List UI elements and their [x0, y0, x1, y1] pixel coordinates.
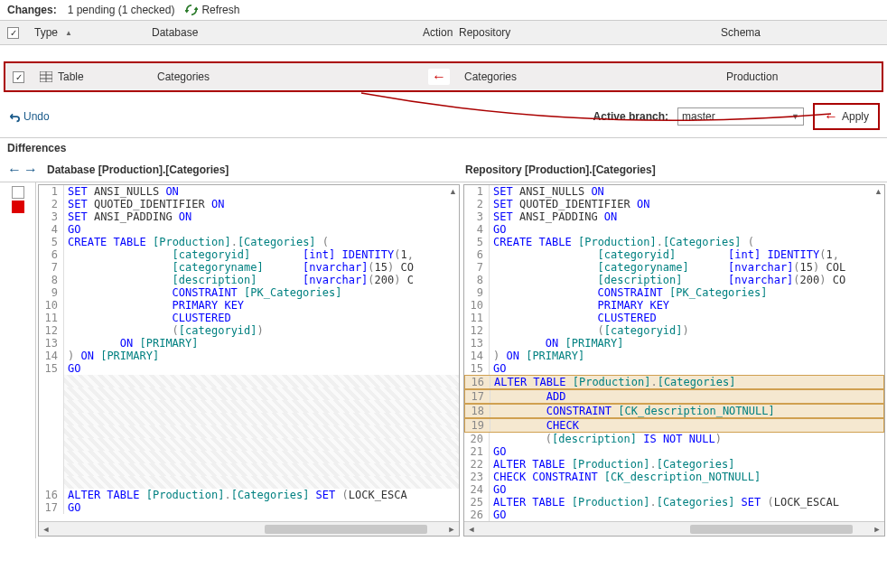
active-branch-label: Active branch:: [593, 110, 668, 123]
code-text: GO: [64, 501, 459, 514]
refresh-button[interactable]: Refresh: [185, 4, 239, 16]
code-text: ) ON [PRIMARY]: [490, 350, 884, 362]
code-line: 6 [categoryid] [int] IDENTITY(1,: [464, 248, 884, 261]
scroll-right-icon[interactable]: ►: [870, 525, 884, 534]
code-line: 14) ON [PRIMARY]: [464, 350, 884, 362]
line-number: 17: [465, 390, 490, 403]
line-number: 5: [464, 236, 490, 248]
code-text: [description] [nvarchar](200) CO: [490, 274, 884, 286]
line-number: 10: [464, 299, 490, 312]
row-checkbox[interactable]: [13, 71, 24, 83]
line-number: 25: [464, 496, 490, 509]
line-number: 9: [39, 286, 64, 299]
line-number: 4: [39, 223, 64, 236]
code-text: [categoryid] [int] IDENTITY(1,: [490, 248, 884, 261]
col-database-header[interactable]: Database: [152, 26, 423, 39]
scroll-left-icon[interactable]: ◄: [464, 525, 479, 534]
nav-marker-unchanged[interactable]: [12, 186, 24, 199]
line-number: 12: [464, 324, 490, 337]
pull-arrow-icon: ←: [428, 69, 450, 85]
scroll-right-icon[interactable]: ►: [444, 525, 459, 534]
scroll-left-icon[interactable]: ◄: [39, 525, 53, 534]
prev-diff-button[interactable]: ←: [7, 162, 22, 178]
line-number: 3: [464, 210, 490, 223]
code-line: 23CHECK CONSTRAINT [CK_description_NOTNU…: [464, 471, 884, 483]
code-line: 22ALTER TABLE [Production].[Categories]: [464, 458, 884, 471]
row-schema: Production: [726, 70, 778, 83]
code-line-empty: [39, 400, 459, 413]
code-line: 11 CLUSTERED: [39, 312, 459, 324]
database-pane: ▲ 1SET ANSI_NULLS ON2SET QUOTED_IDENTIFI…: [38, 184, 460, 537]
header-checkbox[interactable]: [7, 27, 19, 39]
code-line-empty: [39, 425, 459, 438]
code-text: GO: [490, 483, 884, 496]
code-text: [categoryname] [nvarchar](15) CO: [64, 261, 459, 274]
line-number: 19: [465, 419, 490, 432]
code-line-empty: [39, 451, 459, 463]
col-action-header[interactable]: Action: [423, 26, 459, 39]
line-number: 15: [39, 362, 64, 375]
line-number: 24: [464, 483, 490, 496]
col-schema-header[interactable]: Schema: [721, 26, 880, 39]
undo-button[interactable]: Undo: [7, 110, 50, 123]
db-hscroll-thumb[interactable]: [265, 525, 427, 534]
line-number: 14: [464, 350, 490, 362]
code-line: 18 CONSTRAINT [CK_description_NOTNULL]: [464, 404, 884, 418]
line-number: 10: [39, 299, 64, 312]
code-line: 5CREATE TABLE [Production].[Categories] …: [39, 236, 459, 248]
line-number: 11: [464, 312, 490, 324]
change-row[interactable]: Table Categories ← Categories Production: [4, 61, 883, 92]
line-number: 5: [39, 236, 64, 248]
code-text: ALTER TABLE [Production].[Categories] SE…: [490, 496, 884, 509]
code-line: 5CREATE TABLE [Production].[Categories] …: [464, 236, 884, 248]
line-number: 1: [39, 185, 64, 198]
code-text: [categoryname] [nvarchar](15) COL: [490, 261, 884, 274]
col-repository-header[interactable]: Repository: [459, 26, 721, 39]
apply-button[interactable]: ← Apply: [813, 103, 880, 130]
line-number: 7: [39, 261, 64, 274]
code-text: GO: [490, 445, 884, 458]
line-number: 8: [464, 274, 490, 286]
code-line: 21GO: [464, 445, 884, 458]
code-text: ([description] IS NOT NULL): [490, 433, 884, 445]
line-number: 26: [464, 509, 490, 521]
code-line: 16ALTER TABLE [Production].[Categories] …: [39, 489, 459, 501]
col-type-header[interactable]: Type▲: [34, 26, 152, 39]
code-line: 3SET ANSI_PADDING ON: [39, 210, 459, 223]
sort-asc-icon: ▲: [65, 29, 72, 37]
code-line: 7 [categoryname] [nvarchar](15) CO: [39, 261, 459, 274]
next-diff-button[interactable]: →: [23, 162, 38, 178]
db-hscroll[interactable]: ◄ ►: [39, 521, 459, 536]
line-number: 6: [464, 248, 490, 261]
code-text: CHECK CONSTRAINT [CK_description_NOTNULL…: [490, 471, 884, 483]
code-line: 1SET ANSI_NULLS ON: [39, 185, 459, 198]
db-pane-title: Database [Production].[Categories]: [43, 163, 462, 176]
repo-code-area[interactable]: 1SET ANSI_NULLS ON2SET QUOTED_IDENTIFIER…: [464, 185, 884, 521]
undo-icon: [7, 110, 20, 123]
nav-marker-changed[interactable]: [12, 201, 24, 213]
row-database: Categories: [157, 70, 210, 83]
line-number: 13: [464, 337, 490, 350]
code-text: ([categoryid]): [490, 324, 884, 337]
row-type: Table: [58, 70, 84, 83]
code-text: [description] [nvarchar](200) C: [64, 274, 459, 286]
db-code-area[interactable]: 1SET ANSI_NULLS ON2SET QUOTED_IDENTIFIER…: [39, 185, 459, 521]
code-text: SET QUOTED_IDENTIFIER ON: [64, 198, 459, 210]
line-number: 3: [39, 210, 64, 223]
code-line: 15GO: [464, 362, 884, 375]
code-text: PRIMARY KEY: [490, 299, 884, 312]
repo-hscroll-thumb[interactable]: [690, 525, 853, 534]
code-line: 4GO: [464, 223, 884, 236]
line-number: 1: [464, 185, 490, 198]
apply-label: Apply: [842, 110, 869, 123]
repo-hscroll[interactable]: ◄ ►: [464, 521, 884, 536]
undo-label: Undo: [23, 110, 50, 123]
branch-select[interactable]: master ▼: [677, 107, 804, 126]
branch-value: master: [682, 110, 715, 123]
code-text: CONSTRAINT [CK_description_NOTNULL]: [490, 405, 883, 417]
code-text: CONSTRAINT [PK_Categories]: [64, 286, 459, 299]
code-line: 26GO: [464, 509, 884, 521]
code-text: CHECK: [490, 419, 883, 432]
code-text: SET QUOTED_IDENTIFIER ON: [490, 198, 884, 210]
code-line: 2SET QUOTED_IDENTIFIER ON: [464, 198, 884, 210]
